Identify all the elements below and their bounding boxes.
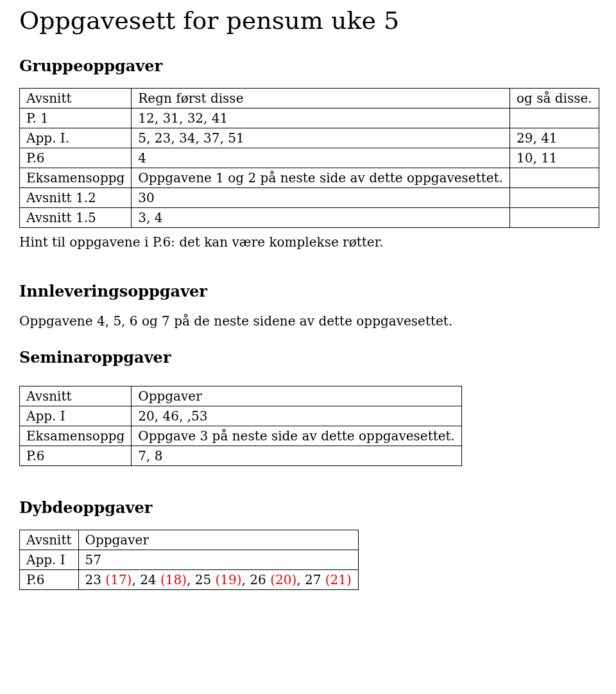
red-text: (21) (325, 572, 352, 587)
table-header-cell: Avsnitt (20, 89, 132, 108)
table-row: Avsnitt Oppgaver (20, 530, 359, 550)
table-row: App. I 20, 46, ,53 (20, 406, 462, 426)
table-cell: Eksamensoppg (20, 168, 132, 188)
red-text: (20) (270, 572, 296, 587)
table-cell: 29, 41 (509, 128, 599, 148)
table-cell: Avsnitt 1.5 (20, 208, 132, 228)
hint-text: Hint til oppgavene i P.6: det kan være k… (19, 234, 597, 250)
text-span: , 24 (132, 572, 160, 587)
table-row: App. I. 5, 23, 34, 37, 51 29, 41 (20, 128, 599, 148)
table-row: App. I 57 (20, 550, 359, 570)
table-gruppe: Avsnitt Regn først disse og så disse. P.… (19, 88, 599, 228)
table-cell: P.6 (20, 148, 132, 168)
table-row: P.6 4 10, 11 (20, 148, 599, 168)
text-span: , 25 (187, 572, 216, 587)
table-row: P.6 23 (17), 24 (18), 25 (19), 26 (20), … (20, 570, 359, 590)
table-cell: App. I (20, 406, 132, 426)
section-heading-dybde: Dybdeoppgaver (19, 498, 597, 517)
text-span: , 26 (242, 572, 271, 587)
table-cell (509, 168, 599, 188)
table-header-cell: Avsnitt (20, 386, 132, 406)
table-cell: Eksamensoppg (20, 426, 132, 446)
innlevering-text: Oppgavene 4, 5, 6 og 7 på de neste siden… (19, 313, 597, 329)
table-cell: P.6 (20, 446, 132, 466)
table-cell: App. I. (20, 128, 132, 148)
table-row: Eksamensoppg Oppgavene 1 og 2 på neste s… (20, 168, 599, 188)
table-header-cell: Oppgaver (132, 386, 462, 406)
table-dybde: Avsnitt Oppgaver App. I 57 P.6 23 (17), … (19, 530, 359, 590)
table-cell: App. I (20, 550, 79, 570)
section-heading-gruppe: Gruppeoppgaver (19, 56, 597, 75)
table-row: P. 1 12, 31, 32, 41 (20, 108, 599, 128)
table-cell: 23 (17), 24 (18), 25 (19), 26 (20), 27 (… (78, 570, 358, 590)
document-page: Oppgavesett for pensum uke 5 Gruppeoppga… (0, 0, 616, 609)
table-row: Avsnitt Regn først disse og så disse. (20, 89, 599, 108)
table-row: P.6 7, 8 (20, 446, 462, 466)
table-header-cell: Oppgaver (78, 530, 358, 550)
table-cell (509, 108, 599, 128)
table-cell: 30 (132, 188, 510, 208)
table-cell: Avsnitt 1.2 (20, 188, 132, 208)
table-cell: 4 (132, 148, 510, 168)
table-cell (509, 208, 599, 228)
text-span: , 27 (296, 572, 325, 587)
table-row: Eksamensoppg Oppgave 3 på neste side av … (20, 426, 462, 446)
page-title: Oppgavesett for pensum uke 5 (19, 6, 597, 35)
table-cell: 57 (78, 550, 358, 570)
table-cell (509, 188, 599, 208)
table-row: Avsnitt Oppgaver (20, 386, 462, 406)
table-header-cell: Regn først disse (132, 89, 510, 108)
table-cell: Oppgavene 1 og 2 på neste side av dette … (132, 168, 510, 188)
red-text: (17) (105, 572, 132, 587)
table-cell: P. 1 (20, 108, 132, 128)
table-cell: Oppgave 3 på neste side av dette oppgave… (132, 426, 462, 446)
table-cell: 12, 31, 32, 41 (132, 108, 510, 128)
table-cell: 10, 11 (509, 148, 599, 168)
section-heading-seminar: Seminaroppgaver (19, 348, 597, 367)
red-text: (18) (160, 572, 187, 587)
table-cell: 3, 4 (132, 208, 510, 228)
table-cell: 5, 23, 34, 37, 51 (132, 128, 510, 148)
table-seminar: Avsnitt Oppgaver App. I 20, 46, ,53 Eksa… (19, 386, 462, 466)
table-cell: 20, 46, ,53 (132, 406, 462, 426)
table-header-cell: og så disse. (509, 89, 599, 108)
table-row: Avsnitt 1.5 3, 4 (20, 208, 599, 228)
text-span: 23 (85, 572, 106, 587)
table-cell: 7, 8 (132, 446, 462, 466)
section-heading-innlevering: Innleveringsoppgaver (19, 282, 597, 300)
table-row: Avsnitt 1.2 30 (20, 188, 599, 208)
red-text: (19) (216, 572, 242, 587)
table-cell: P.6 (20, 570, 79, 590)
table-header-cell: Avsnitt (20, 530, 79, 550)
